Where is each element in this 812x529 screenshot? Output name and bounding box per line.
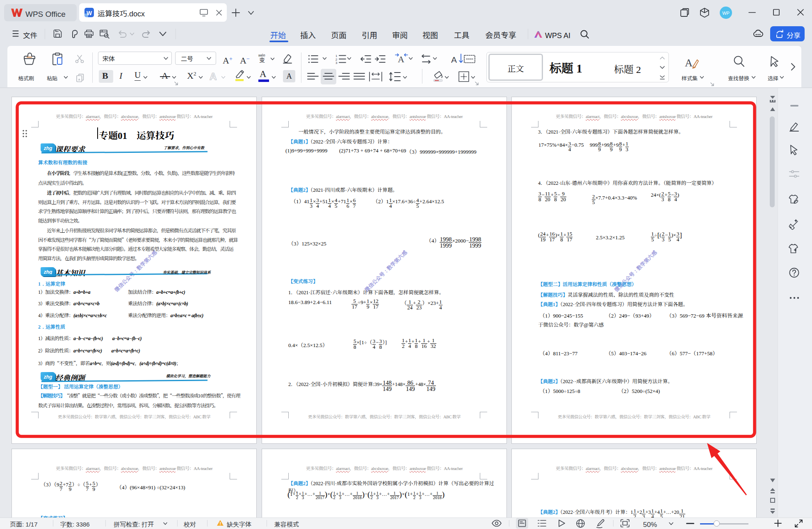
svg-text:A: A bbox=[398, 54, 404, 64]
svg-text:3: 3 bbox=[335, 61, 338, 64]
svg-text:A: A bbox=[451, 55, 457, 64]
svg-text:A: A bbox=[685, 57, 693, 69]
svg-text:A: A bbox=[210, 71, 217, 82]
